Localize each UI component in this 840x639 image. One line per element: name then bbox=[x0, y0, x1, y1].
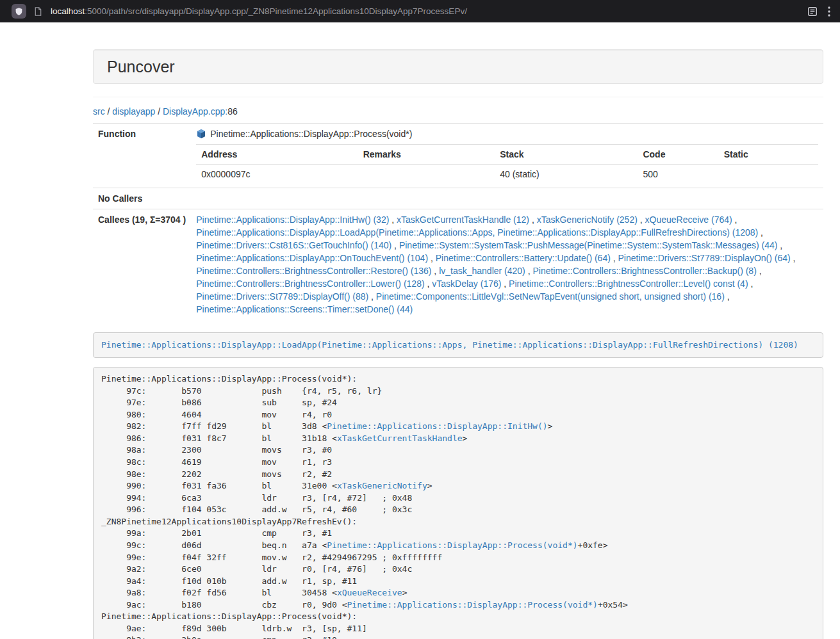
function-label: Function bbox=[93, 124, 191, 188]
breadcrumb-link[interactable]: displayapp bbox=[112, 106, 155, 117]
url-bar[interactable]: localhost:5000/path/src/displayapp/Displ… bbox=[51, 0, 799, 22]
divider bbox=[93, 97, 823, 97]
callee-link[interactable]: Pinetime::Drivers::St7789::DisplayOn() (… bbox=[618, 253, 791, 263]
callee-link[interactable]: xTaskGenericNotify (252) bbox=[537, 214, 638, 225]
no-callers-row: No Callers bbox=[93, 188, 823, 209]
col-code: Code bbox=[638, 145, 718, 165]
function-cell: Pinetime::Applications::DisplayApp::Proc… bbox=[191, 124, 823, 188]
callee-link[interactable]: Pinetime::Applications::DisplayApp::OnTo… bbox=[196, 253, 428, 263]
asm-symbol-link[interactable]: Pinetime::Applications::DisplayApp::Proc… bbox=[347, 600, 598, 610]
function-icon bbox=[196, 129, 206, 139]
asm-symbol-link[interactable]: Pinetime::Applications::DisplayApp::Init… bbox=[327, 421, 547, 431]
app-header-panel: Puncover bbox=[93, 49, 823, 84]
function-detail-table: Address Remarks Stack Code Static 0x0000… bbox=[196, 144, 818, 184]
menu-kebab-icon[interactable] bbox=[827, 5, 831, 18]
no-callers-label: No Callers bbox=[93, 188, 191, 209]
code-value: 500 bbox=[638, 165, 718, 184]
asm-symbol-link[interactable]: xTaskGenericNotify bbox=[337, 481, 427, 490]
col-address: Address bbox=[196, 145, 358, 165]
no-callers-cell bbox=[191, 188, 823, 209]
col-static: Static bbox=[719, 145, 818, 165]
asm-symbol-link[interactable]: Pinetime::Applications::DisplayApp::Proc… bbox=[327, 540, 577, 550]
address-value: 0x0000097c bbox=[196, 165, 358, 184]
disassembly-block: Pinetime::Applications::DisplayApp::Proc… bbox=[93, 367, 823, 639]
highlighted-symbol-link[interactable]: Pinetime::Applications::DisplayApp::Load… bbox=[101, 340, 798, 350]
detail-value-row: 0x0000097c 40 (static) 500 bbox=[196, 165, 818, 184]
shield-glyph bbox=[15, 7, 23, 16]
col-stack: Stack bbox=[495, 145, 638, 165]
col-remarks: Remarks bbox=[358, 145, 495, 165]
remarks-value bbox=[358, 165, 495, 184]
breadcrumb: src / displayapp / DisplayApp.cpp:86 bbox=[93, 105, 823, 118]
callees-links: Pinetime::Applications::DisplayApp::Init… bbox=[191, 209, 823, 320]
callee-link[interactable]: Pinetime::Controllers::BrightnessControl… bbox=[196, 279, 424, 289]
callee-link[interactable]: Pinetime::Controllers::BrightnessControl… bbox=[509, 279, 748, 289]
callee-link[interactable]: Pinetime::Applications::Screens::Timer::… bbox=[196, 304, 413, 314]
callee-link[interactable]: Pinetime::System::SystemTask::PushMessag… bbox=[399, 240, 778, 250]
callee-link[interactable]: Pinetime::Applications::DisplayApp::Init… bbox=[196, 214, 389, 225]
highlighted-symbol-box: Pinetime::Applications::DisplayApp::Load… bbox=[93, 332, 823, 358]
callee-link[interactable]: xQueueReceive (764) bbox=[645, 214, 732, 225]
callee-link[interactable]: Pinetime::Controllers::BrightnessControl… bbox=[532, 266, 756, 276]
stack-value: 40 (static) bbox=[495, 165, 638, 184]
url-host: localhost bbox=[51, 6, 85, 16]
callee-link[interactable]: Pinetime::Controllers::BrightnessControl… bbox=[196, 266, 431, 276]
disassembly-code: Pinetime::Applications::DisplayApp::Proc… bbox=[101, 374, 628, 639]
asm-symbol-link[interactable]: xTaskGetCurrentTaskHandle bbox=[337, 433, 463, 443]
callee-link[interactable]: Pinetime::Drivers::Cst816S::GetTouchInfo… bbox=[196, 240, 391, 250]
reader-view-icon[interactable] bbox=[807, 6, 818, 17]
symbol-table: Function Pinetime::Applications::Display… bbox=[93, 123, 823, 320]
browser-toolbar: localhost:5000/path/src/displayapp/Displ… bbox=[0, 0, 840, 22]
main-content: Puncover src / displayapp / DisplayApp.c… bbox=[93, 49, 823, 639]
callees-label: Callees (19, Σ=3704 ) bbox=[93, 209, 191, 320]
callee-link[interactable]: Pinetime::Components::LittleVgl::SetNewT… bbox=[376, 291, 725, 302]
static-value bbox=[719, 165, 818, 184]
callee-link[interactable]: lv_task_handler (420) bbox=[439, 266, 525, 276]
page-icon[interactable] bbox=[33, 6, 43, 17]
breadcrumb-link[interactable]: src bbox=[93, 106, 105, 117]
asm-symbol-link[interactable]: xQueueReceive bbox=[337, 588, 402, 597]
callees-row: Callees (19, Σ=3704 ) Pinetime::Applicat… bbox=[93, 209, 823, 320]
detail-header-row: Address Remarks Stack Code Static bbox=[196, 145, 818, 165]
callee-link[interactable]: Pinetime::Drivers::St7789::DisplayOff() … bbox=[196, 291, 368, 302]
breadcrumb-link[interactable]: DisplayApp.cpp: bbox=[163, 106, 227, 117]
function-row: Function Pinetime::Applications::Display… bbox=[93, 124, 823, 188]
callee-link[interactable]: xTaskGetCurrentTaskHandle (12) bbox=[397, 214, 529, 225]
page-title: Puncover bbox=[107, 58, 175, 76]
shield-icon[interactable] bbox=[12, 4, 26, 19]
function-name: Pinetime::Applications::DisplayApp::Proc… bbox=[210, 127, 412, 140]
callee-link[interactable]: Pinetime::Applications::DisplayApp::Load… bbox=[196, 227, 758, 238]
callee-link[interactable]: Pinetime::Controllers::Battery::Update()… bbox=[436, 253, 611, 263]
url-path: :5000/path/src/displayapp/DisplayApp.cpp… bbox=[85, 6, 467, 16]
callee-link[interactable]: vTaskDelay (176) bbox=[432, 279, 501, 289]
